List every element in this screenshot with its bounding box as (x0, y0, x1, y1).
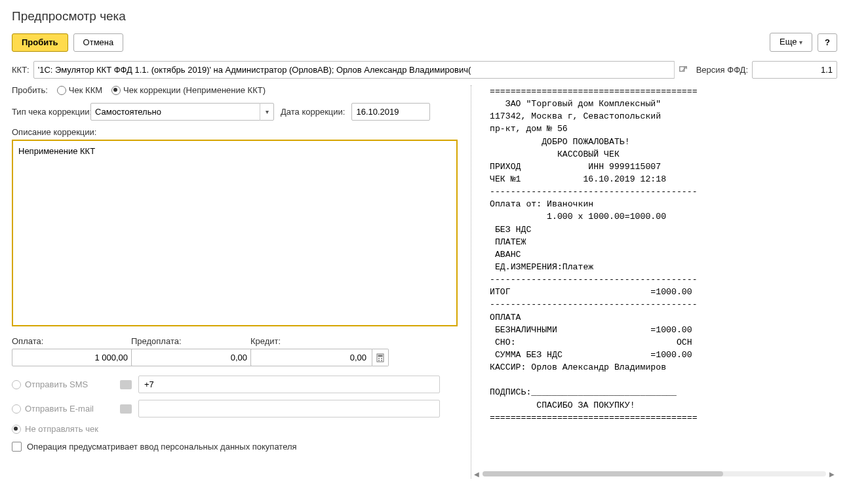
calculator-icon (376, 353, 384, 362)
svg-point-10 (381, 358, 382, 359)
punch-mode-group: Пробить: Чек ККМ Чек коррекции (Непримен… (12, 85, 458, 95)
checkbox-icon (12, 442, 22, 452)
radio-icon (57, 86, 66, 95)
receipt-preview: ========================================… (471, 85, 837, 478)
prepayment-label: Предоплата: (131, 336, 243, 346)
svg-point-11 (378, 360, 380, 361)
amounts-row: Оплата: Предоплата: Кредит: (12, 336, 458, 366)
credit-calc-button[interactable] (372, 349, 389, 366)
send-email-label: Отправить E-mail (25, 404, 94, 414)
radio-checked-icon (111, 86, 121, 95)
toolbar: Пробить Отмена Еще ▾ ? (12, 33, 837, 52)
kkt-row: ККТ: Версия ФФД: (12, 61, 837, 79)
svg-point-9 (378, 358, 380, 359)
prepayment-input[interactable] (131, 349, 253, 366)
punch-button[interactable]: Пробить (12, 33, 68, 52)
correction-type-select[interactable] (90, 103, 274, 121)
page-title: Предпросмотр чека (12, 9, 837, 24)
open-icon (679, 66, 688, 75)
send-options: Отправить SMS Отправить E-mail Не отправ… (12, 376, 458, 434)
chevron-down-icon: ▾ (799, 39, 802, 46)
radio-correction-label: Чек коррекции (Неприменение ККТ) (123, 85, 266, 95)
scroll-left-arrow-icon: ◀ (474, 471, 479, 478)
radio-icon (12, 404, 21, 414)
more-button[interactable]: Еще ▾ (770, 33, 812, 52)
correction-date-input[interactable] (351, 103, 430, 121)
correction-desc-label: Описание коррекции: (12, 127, 458, 137)
radio-kkm[interactable]: Чек ККМ (57, 85, 102, 95)
correction-type-row: Тип чека коррекции: ▾ Дата коррекции: (12, 103, 458, 121)
ffd-version-label: Версия ФФД: (696, 65, 748, 75)
send-sms-label: Отправить SMS (25, 379, 88, 389)
payment-label: Оплата: (12, 336, 123, 346)
help-button[interactable]: ? (818, 33, 837, 52)
svg-rect-8 (378, 355, 383, 357)
radio-checked-icon (12, 425, 21, 434)
sms-icon (120, 380, 132, 389)
cancel-button[interactable]: Отмена (73, 33, 124, 52)
radio-correction[interactable]: Чек коррекции (Неприменение ККТ) (111, 85, 266, 95)
kkt-input[interactable] (33, 61, 692, 79)
correction-type-label: Тип чека коррекции: (12, 107, 84, 117)
correction-date-label: Дата коррекции: (281, 107, 345, 117)
kkt-open-button[interactable] (674, 61, 692, 79)
scroll-right-arrow-icon: ▶ (829, 471, 835, 478)
payment-input[interactable] (12, 349, 134, 366)
credit-label: Кредит: (250, 336, 362, 346)
kkt-label: ККТ: (12, 65, 30, 75)
radio-icon (12, 380, 21, 389)
punch-mode-label: Пробить: (12, 85, 48, 95)
personal-data-label: Операция предусматривает ввод персональн… (27, 442, 297, 452)
chevron-down-icon: ▾ (266, 108, 269, 115)
sms-phone-input[interactable] (138, 376, 440, 393)
svg-point-12 (381, 360, 382, 361)
credit-input[interactable] (250, 349, 372, 366)
personal-data-row[interactable]: Операция предусматривает ввод персональн… (12, 442, 458, 452)
correction-type-dropdown-button[interactable]: ▾ (260, 103, 274, 121)
horizontal-scrollbar[interactable]: ◀ ▶ (474, 469, 835, 478)
correction-desc-input[interactable] (12, 140, 458, 326)
email-icon (120, 404, 132, 414)
receipt-text[interactable]: ========================================… (475, 85, 837, 465)
more-button-label: Еще (780, 37, 797, 47)
email-input[interactable] (138, 400, 440, 417)
svg-rect-0 (680, 66, 684, 71)
ffd-version-input[interactable] (752, 61, 837, 79)
radio-kkm-label: Чек ККМ (69, 85, 102, 95)
send-none-label: Не отправлять чек (25, 424, 98, 434)
